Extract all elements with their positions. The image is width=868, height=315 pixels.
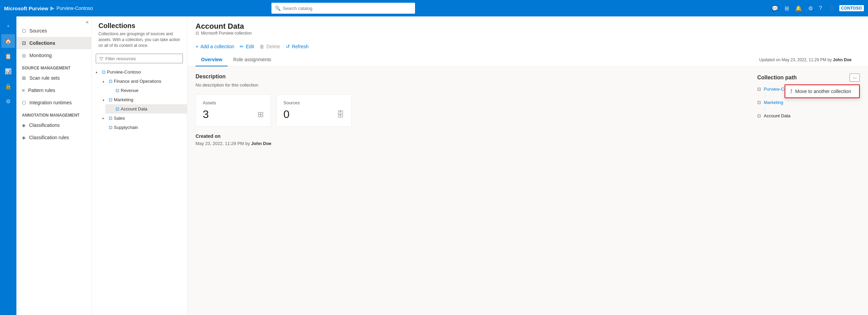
expand-sidebar-btn[interactable]: » <box>1 19 15 33</box>
tree-node-finance: ▴ ⊡ Finance and Operations ⊡ Revenue <box>98 77 187 95</box>
add-collection-btn[interactable]: + Add a collection <box>196 42 234 51</box>
detail-subtitle: ⊡ Microsoft Purview collection <box>196 31 252 36</box>
tree-node-label: Purview-Contoso <box>107 69 141 75</box>
expand-icon-marketing: ▴ <box>103 98 107 102</box>
edit-btn[interactable]: ✏ Edit <box>240 42 254 51</box>
updated-by: John Doe <box>833 57 852 62</box>
path-item-account-data: ⊡ Account Data <box>757 113 860 119</box>
catalog-icon-btn[interactable]: 📋 <box>1 49 15 63</box>
add-icon: + <box>196 44 198 49</box>
description-text: No description for this collection <box>196 82 746 88</box>
move-label: Move to another collection <box>795 89 851 94</box>
delete-btn[interactable]: 🗑 Delete <box>259 42 280 51</box>
collection-icon-finance: ⊡ <box>109 79 112 84</box>
path-item-marketing: ⊡ Marketing <box>757 99 860 106</box>
brand-separator: ▶ <box>50 5 54 11</box>
sidebar-item-classifications[interactable]: ◈ Classifications <box>16 119 91 131</box>
created-text: May 23, 2022, 11:29 PM by John Doe <box>196 141 746 146</box>
tree-row-account-data[interactable]: ⊡ Account Data <box>105 104 187 114</box>
filter-input[interactable] <box>105 56 179 61</box>
more-options-btn[interactable]: ··· <box>850 74 860 82</box>
sidebar-classification-rules-label: Classification rules <box>29 135 69 140</box>
path-icon-purview: ⊡ <box>757 87 761 92</box>
home-icon-btn[interactable]: 🏠 <box>1 34 15 48</box>
scan-icon: ⊞ <box>22 75 26 81</box>
created-author: John Doe <box>251 141 271 146</box>
tree-children-root: ▴ ⊡ Finance and Operations ⊡ Revenue <box>92 77 187 132</box>
sidebar-item-classification-rules[interactable]: ◈ Classification rules <box>16 131 91 144</box>
feedback-icon[interactable]: 💬 <box>770 4 780 13</box>
sidebar-item-scan-rule-sets[interactable]: ⊞ Scan rule sets <box>16 72 91 84</box>
sidebar-item-collections-label: Collections <box>29 40 55 46</box>
classification-rules-icon: ◈ <box>22 135 26 140</box>
top-nav: Microsoft Purview ▶ Purview-Contoso 🔍 💬 … <box>0 0 868 16</box>
tree-children-marketing: ⊡ Account Data <box>98 104 187 114</box>
monitoring-icon: ◎ <box>22 53 26 58</box>
collection-icon-account-data: ⊡ <box>116 106 119 111</box>
profile-icon[interactable]: 👤 <box>826 4 837 13</box>
tree-row-supplychain[interactable]: ⊡ Supplychain <box>98 123 187 132</box>
tree-label-account-data: Account Data <box>121 106 147 111</box>
tree-row-marketing[interactable]: ▴ ⊡ Marketing <box>98 95 187 104</box>
insights-icon-btn[interactable]: 📊 <box>1 64 15 78</box>
collection-icon-supplychain: ⊡ <box>109 125 112 130</box>
tree-root: ▴ ⊡ Purview-Contoso ▴ ⊡ Finance and Oper… <box>92 66 187 133</box>
collapse-sidebar-btn[interactable]: « <box>16 16 91 25</box>
source-management-label: Source management <box>16 62 91 72</box>
user-badge[interactable]: CONTOSO <box>839 5 864 11</box>
tree-row-finance[interactable]: ▴ ⊡ Finance and Operations <box>98 77 187 86</box>
tree-row-revenue[interactable]: ⊡ Revenue <box>105 86 187 95</box>
filter-input-wrapper[interactable]: ▽ <box>96 54 183 63</box>
integration-icon: ⬡ <box>22 100 26 105</box>
add-collection-label: Add a collection <box>200 44 234 49</box>
sidebar-item-monitoring[interactable]: ◎ Monitoring <box>16 49 91 62</box>
updated-text: Updated on May 23, 2022, 11:29 PM by <box>759 57 832 62</box>
tree-row-sales[interactable]: ▸ ⊡ Sales <box>98 114 187 123</box>
tab-role-assignments[interactable]: Role assignments <box>228 53 277 66</box>
move-icon: ⤴ <box>790 89 792 94</box>
detail-title: Account Data <box>196 22 252 31</box>
collections-layout: Collections Collections are groupings of… <box>92 16 868 315</box>
manage-icon-btn[interactable]: ⚙ <box>1 94 15 108</box>
path-connector-1 <box>765 94 765 98</box>
nav-icons: 💬 ⊞ 🔔 ⚙ ? 👤 CONTOSO <box>770 4 864 13</box>
edit-icon: ✏ <box>240 44 244 49</box>
settings-icon[interactable]: ⚙ <box>806 4 815 13</box>
sidebar-item-collections[interactable]: ⊡ Collections <box>16 37 91 49</box>
portal-icon[interactable]: ⊞ <box>783 4 791 13</box>
help-icon[interactable]: ? <box>817 4 824 13</box>
sidebar-item-sources[interactable]: ⬡ Sources <box>16 25 91 37</box>
stat-value-assets: 3 <box>203 108 209 121</box>
collection-icon-sales: ⊡ <box>109 116 112 121</box>
tree-row-purview-contoso[interactable]: ▴ ⊡ Purview-Contoso <box>92 67 187 77</box>
detail-header: Account Data ⊡ Microsoft Purview collect… <box>187 16 868 67</box>
assets-icon: ⊞ <box>257 110 264 119</box>
sidebar-item-pattern-rules[interactable]: ≡ Pattern rules <box>16 84 91 96</box>
sidebar-item-integration-runtimes[interactable]: ⬡ Integration runtimes <box>16 96 91 109</box>
search-icon: 🔍 <box>275 5 281 11</box>
path-current-label: Account Data <box>764 113 790 118</box>
notification-icon[interactable]: 🔔 <box>793 4 804 13</box>
more-dropdown: ⤴ Move to another collection <box>785 84 860 98</box>
collection-icon-marketing: ⊡ <box>109 97 112 102</box>
delete-label: Delete <box>266 44 280 49</box>
pattern-icon: ≡ <box>22 88 25 93</box>
search-bar[interactable]: 🔍 <box>271 3 415 14</box>
path-connector-2 <box>765 107 765 111</box>
expand-icon: ▴ <box>96 70 101 74</box>
tree-label-marketing: Marketing <box>114 97 133 102</box>
path-link-marketing[interactable]: Marketing <box>764 100 783 105</box>
stat-label-sources: Sources <box>283 100 344 105</box>
search-input[interactable] <box>283 6 412 11</box>
tree-label-sales: Sales <box>114 116 125 121</box>
path-icon-marketing: ⊡ <box>757 100 761 105</box>
tab-overview[interactable]: Overview <box>196 53 228 66</box>
data-policy-icon-btn[interactable]: 🔒 <box>1 79 15 93</box>
detail-panel: Account Data ⊡ Microsoft Purview collect… <box>187 16 868 315</box>
refresh-btn[interactable]: ↺ Refresh <box>286 42 309 51</box>
expand-icon-sales: ▸ <box>103 116 107 120</box>
updated-info: Updated on May 23, 2022, 11:29 PM by Joh… <box>751 55 860 65</box>
move-collection-item[interactable]: ⤴ Move to another collection <box>785 85 859 97</box>
created-heading: Created on <box>196 133 746 139</box>
refresh-icon: ↺ <box>286 44 290 49</box>
